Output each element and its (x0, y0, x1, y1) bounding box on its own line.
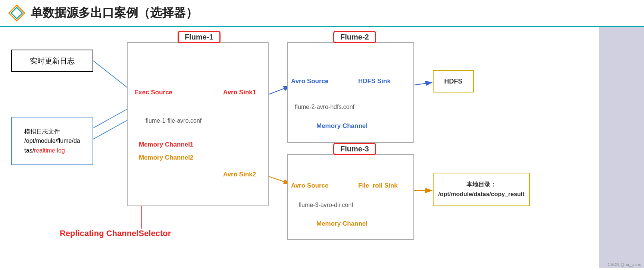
avro-sink1-label: Avro Sink1 (223, 89, 256, 96)
svg-line-16 (414, 82, 432, 85)
memory-channel-f3-label: Memory Channel (316, 220, 368, 227)
avro-source-f3-label: Avro Source (291, 182, 328, 189)
flume1-label: Flume-1 (178, 31, 221, 43)
memory-channel1-label: Memory Channel1 (139, 141, 193, 148)
main-content: 实时更新日志 模拟日志文件 /opt/module/flume/da tas/r… (0, 27, 644, 268)
log-simulate-text: 模拟日志文件 /opt/module/flume/da tas/realtime… (24, 127, 80, 156)
file-roll-sink-label: File_roll Sink (358, 182, 398, 189)
flume1-box (127, 42, 269, 206)
flume2-label: Flume-2 (333, 31, 376, 43)
memory-channel-f2-label: Memory Channel (316, 122, 368, 130)
watermark: CSDN @na_lyuns (608, 262, 641, 267)
avro-source-f2-label: Avro Source (291, 78, 328, 85)
header: 单数据源多出口案例（选择器） (0, 0, 644, 27)
flume3-label: Flume-3 (333, 143, 376, 155)
diamond-icon (7, 4, 26, 22)
conf3-label: flume-3-avro-dir.conf (298, 202, 353, 208)
conf1-label: flume-1-file-avro.conf (146, 117, 201, 124)
log-simulate-box: 模拟日志文件 /opt/module/flume/da tas/realtime… (11, 117, 93, 165)
memory-channel2-label: Memory Channel2 (139, 154, 193, 161)
right-sidebar: CSDN @na_lyuns (599, 27, 644, 268)
log-realtime-label: 实时更新日志 (30, 56, 75, 66)
hdfs-sink-label: HDFS Sink (358, 78, 391, 85)
local-dir-box: 本地目录： /opt/module/datas/copy_result (433, 173, 530, 206)
log-realtime-box: 实时更新日志 (11, 50, 93, 72)
replicating-label: Replicating ChannelSelector (60, 229, 171, 238)
exec-source-label: Exec Source (134, 89, 172, 96)
page-title: 单数据源多出口案例（选择器） (31, 5, 198, 21)
avro-sink2-label: Avro Sink2 (223, 171, 256, 178)
hdfs-output-box: HDFS (433, 70, 474, 92)
conf2-label: flume-2-avro-hdfs.conf (295, 104, 354, 110)
local-dir-text: 本地目录： /opt/module/datas/copy_result (438, 180, 524, 199)
